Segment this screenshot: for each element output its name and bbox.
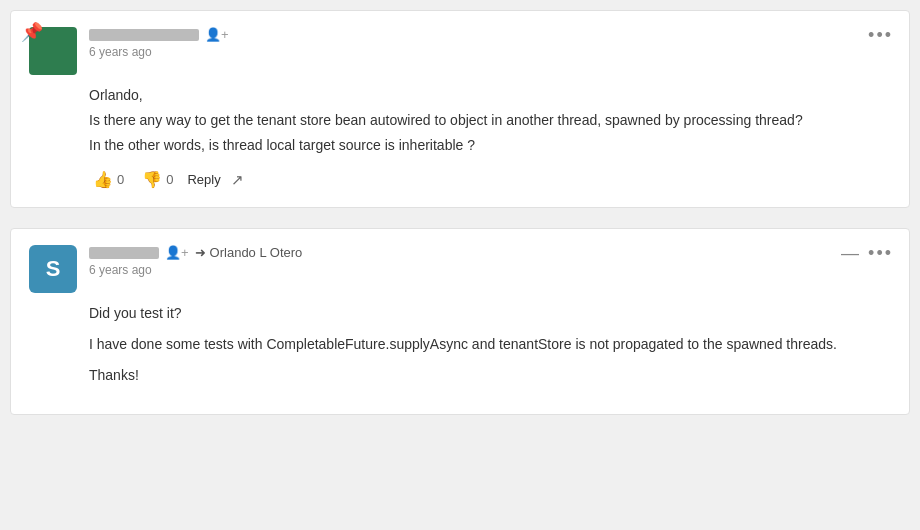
comment-card-2: S 👤+ ➜ Orlando L Otero 6 years ago Did y… (10, 228, 910, 415)
timestamp-1: 6 years ago (89, 45, 891, 59)
pin-icon: 📌 (21, 21, 43, 43)
body-line-1-1: Is there any way to get the tenant store… (89, 110, 891, 131)
comment-actions-1: 👍 0 👎 0 Reply ↗ (89, 168, 891, 191)
comment-body-2: Did you test it? I have done some tests … (89, 303, 891, 386)
body-para-2-2: Thanks! (89, 365, 891, 386)
avatar-2: S (29, 245, 77, 293)
comment-header-1: 👤+ 6 years ago (29, 27, 891, 75)
upvote-count-1: 0 (117, 172, 124, 187)
reply-arrow-icon: ➜ (195, 245, 206, 260)
meta-top-1: 👤+ (89, 27, 891, 42)
minimize-icon-2[interactable]: — (841, 243, 859, 264)
upvote-button-1[interactable]: 👍 0 (89, 168, 128, 191)
thumbs-up-icon-1: 👍 (93, 170, 113, 189)
more-options-icon-1[interactable]: ••• (868, 25, 893, 46)
comment-meta-1: 👤+ 6 years ago (89, 27, 891, 59)
timestamp-2: 6 years ago (89, 263, 891, 277)
comment-meta-2: 👤+ ➜ Orlando L Otero 6 years ago (89, 245, 891, 277)
add-user-icon-1[interactable]: 👤+ (205, 27, 229, 42)
body-line-1-2: In the other words, is thread local targ… (89, 135, 891, 156)
meta-top-2: 👤+ ➜ Orlando L Otero (89, 245, 891, 260)
body-line-1-0: Orlando, (89, 85, 891, 106)
username-bar-1 (89, 29, 199, 41)
reply-button-1[interactable]: Reply (187, 172, 220, 187)
more-options-icon-2[interactable]: ••• (868, 243, 893, 264)
downvote-button-1[interactable]: 👎 0 (138, 168, 177, 191)
comment-body-1: Orlando, Is there any way to get the ten… (89, 85, 891, 156)
body-para-2-1: I have done some tests with CompletableF… (89, 334, 891, 355)
username-bar-2 (89, 247, 159, 259)
reply-to-name: Orlando L Otero (210, 245, 303, 260)
comment-card-1: 📌 👤+ 6 years ago Orlando, Is there any w… (10, 10, 910, 208)
body-para-2-0: Did you test it? (89, 303, 891, 324)
thumbs-down-icon-1: 👎 (142, 170, 162, 189)
downvote-count-1: 0 (166, 172, 173, 187)
comment-header-2: S 👤+ ➜ Orlando L Otero 6 years ago (29, 245, 891, 293)
share-icon-1[interactable]: ↗ (231, 171, 244, 189)
add-user-icon-2[interactable]: 👤+ (165, 245, 189, 260)
avatar-letter-2: S (46, 256, 61, 282)
reply-to-2: ➜ Orlando L Otero (195, 245, 303, 260)
